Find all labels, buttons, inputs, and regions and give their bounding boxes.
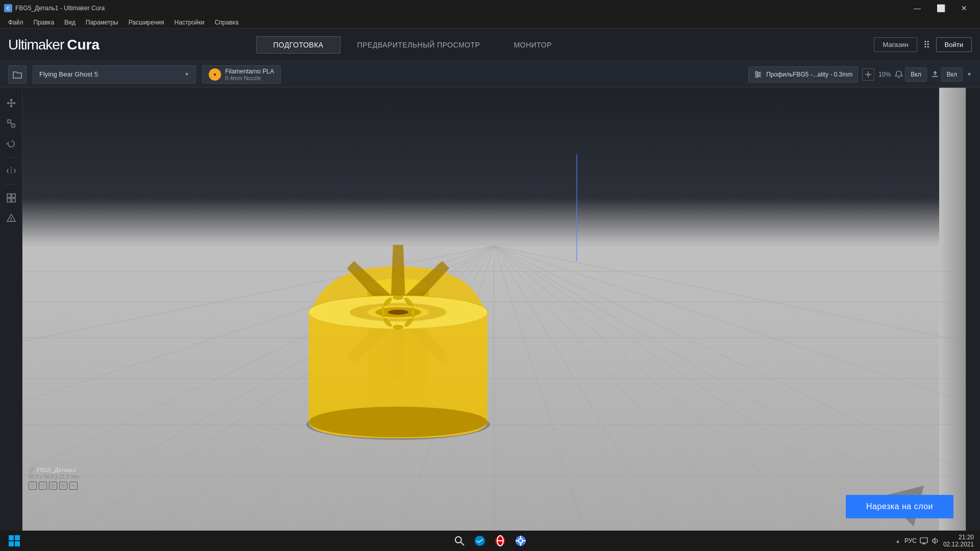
delete-icon[interactable]: ✕ <box>69 482 78 490</box>
sys-lang: РУС <box>904 537 917 544</box>
tool-separator-2 <box>5 184 17 185</box>
menu-params[interactable]: Параметры <box>82 18 122 27</box>
tool-move[interactable] <box>2 94 20 112</box>
tab-prepare[interactable]: ПОДГОТОВКА <box>256 36 340 54</box>
svg-rect-12 <box>12 194 15 197</box>
taskbar: ▲ РУС 21:20 02.12.2021 <box>0 531 980 551</box>
svg-marker-20 <box>939 88 966 531</box>
svg-point-87 <box>388 310 408 315</box>
object-list-title: Список объектов <box>29 459 79 465</box>
profile-area: ПрофильFBG5 -...ality - 0.3mm 10% Вкл Вк… <box>748 66 972 83</box>
viewport-svg <box>22 88 966 531</box>
tab-monitor[interactable]: МОНИТОР <box>497 36 569 54</box>
menu-file[interactable]: Файл <box>4 18 28 27</box>
profile-name: ПрофильFBG5 -...ality - 0.3mm <box>766 71 852 78</box>
open-file-button[interactable] <box>8 65 27 84</box>
printer-dropdown-icon: ▼ <box>184 71 189 77</box>
logo-ultimaker: Ultimaker <box>8 37 64 53</box>
material-nozzle: 0.4mm Nozzle <box>225 75 274 81</box>
svg-rect-99 <box>9 541 14 546</box>
svg-point-101 <box>455 537 461 543</box>
object-list-overlay: Список объектов FBG5_Деталь1 50.0 x 50.0… <box>29 459 79 490</box>
svg-rect-13 <box>7 198 11 202</box>
merge-icon[interactable]: ⊞ <box>49 482 57 490</box>
app-icon: C <box>4 4 12 12</box>
left-toolbar <box>0 88 22 531</box>
date-display: 02.12.2021 <box>943 541 974 548</box>
svg-point-5 <box>756 76 758 78</box>
svg-point-88 <box>393 295 403 299</box>
svg-point-3 <box>755 71 757 73</box>
toggle-export[interactable]: Вкл <box>941 67 963 82</box>
menu-settings[interactable]: Настройки <box>170 18 209 27</box>
telegram-app-icon <box>474 535 485 546</box>
browser-app-icon <box>515 535 526 546</box>
svg-rect-8 <box>12 124 15 127</box>
minimize-button[interactable]: — <box>905 0 929 16</box>
taskbar-left <box>6 533 22 549</box>
tool-support[interactable] <box>2 209 20 228</box>
svg-line-102 <box>461 542 464 545</box>
menu-view[interactable]: Вид <box>60 18 80 27</box>
menu-help[interactable]: Справка <box>210 18 242 27</box>
tool-mirror[interactable] <box>2 162 20 180</box>
logo-area: Ultimaker Cura <box>8 37 100 53</box>
svg-point-92 <box>393 325 403 329</box>
tool-separator-1 <box>5 157 17 158</box>
tool-arrange[interactable] <box>2 189 20 207</box>
material-color-indicator: ● <box>209 68 221 81</box>
tab-preview[interactable]: ПРЕДВАРИТЕЛЬНЫЙ ПРОСМОТР <box>340 36 497 54</box>
svg-point-103 <box>475 536 485 546</box>
notification-arrow[interactable]: ▲ <box>895 538 900 544</box>
pencil-icon <box>29 467 35 473</box>
logo-cura: Cura <box>67 37 100 53</box>
svg-point-17 <box>11 220 12 221</box>
group-icon[interactable]: ⊠ <box>59 482 67 490</box>
object-action-icons: ⧉ ⊡ ⊞ ⊠ ✕ <box>29 482 79 490</box>
svg-rect-14 <box>12 198 15 202</box>
profile-selector[interactable]: ПрофильFBG5 -...ality - 0.3mm <box>748 66 858 83</box>
close-button[interactable]: ✕ <box>952 0 976 16</box>
svg-point-94 <box>381 307 385 317</box>
toolbar-dropdown-icon[interactable]: ▼ <box>967 71 972 77</box>
tool-scale[interactable] <box>2 114 20 133</box>
printer-selector[interactable]: Flying Bear Ghost 5 ▼ <box>33 65 196 84</box>
main-content: Список объектов FBG5_Деталь1 50.0 x 50.0… <box>0 88 980 531</box>
telegram-icon[interactable] <box>473 534 487 548</box>
menu-edit[interactable]: Правка <box>30 18 59 27</box>
browser-icon[interactable] <box>513 534 528 548</box>
svg-point-6 <box>867 73 869 76</box>
header-right: Магазин ⠿ Войти <box>874 37 972 52</box>
sliders-icon <box>754 70 762 79</box>
material-button[interactable]: ● Filamentarno PLA 0.4mm Nozzle <box>202 65 281 84</box>
object-item-dims: 50.0 x 50.0 x 21.0 mm <box>29 474 79 480</box>
signin-button[interactable]: Войти <box>936 37 972 52</box>
window-controls: — ⬜ ✕ <box>905 0 976 16</box>
slice-button[interactable]: Нарезка на слои <box>846 495 953 518</box>
settings-icon-btn[interactable] <box>862 68 874 81</box>
display-icon <box>920 537 928 545</box>
clock: 21:20 02.12.2021 <box>943 534 974 548</box>
start-button[interactable] <box>6 533 22 549</box>
title-bar: C FBG5_Деталь1 - Ultimaker Cura — ⬜ ✕ <box>0 0 980 16</box>
menu-extensions[interactable]: Расширения <box>125 18 168 27</box>
toggle-notification[interactable]: Вкл <box>905 67 926 82</box>
window-title: FBG5_Деталь1 - Ultimaker Cura <box>15 5 105 12</box>
nav-tabs: ПОДГОТОВКА ПРЕДВАРИТЕЛЬНЫЙ ПРОСМОТР МОНИ… <box>256 36 569 54</box>
notification-toggle: Вкл <box>895 67 926 82</box>
opera-icon[interactable] <box>493 534 507 548</box>
viewport-3d[interactable]: Список объектов FBG5_Деталь1 50.0 x 50.0… <box>22 88 966 531</box>
volume-icon <box>931 537 939 545</box>
svg-point-96 <box>309 407 487 437</box>
maximize-button[interactable]: ⬜ <box>929 0 952 16</box>
export-toggle: Вкл <box>931 67 963 82</box>
export-icon <box>931 70 939 79</box>
svg-rect-7 <box>8 120 11 123</box>
store-button[interactable]: Магазин <box>874 37 917 52</box>
tool-rotate[interactable] <box>2 135 20 153</box>
apps-grid-icon[interactable]: ⠿ <box>923 39 930 51</box>
taskbar-center <box>452 534 528 548</box>
copy-icon[interactable]: ⊡ <box>39 482 47 490</box>
duplicate-icon[interactable]: ⧉ <box>29 482 37 490</box>
search-button[interactable] <box>452 534 467 548</box>
